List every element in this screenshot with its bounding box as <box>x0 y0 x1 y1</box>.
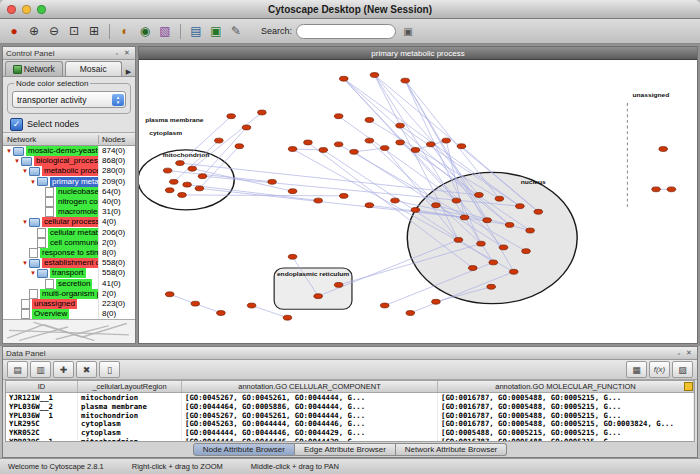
network-node[interactable] <box>460 215 469 220</box>
network-node[interactable] <box>522 249 531 254</box>
network-node[interactable] <box>227 114 236 119</box>
network-node[interactable] <box>215 138 224 143</box>
network-node[interactable] <box>411 148 420 153</box>
table-row[interactable]: YDR039C__1mitochondrion[GO:0044444, GO:0… <box>6 437 694 441</box>
network-node[interactable] <box>195 186 204 191</box>
network-node[interactable] <box>339 76 348 81</box>
network-node[interactable] <box>526 228 535 233</box>
network-node[interactable] <box>314 198 323 203</box>
create-attribute-icon[interactable]: ✚ <box>53 361 74 378</box>
expander-icon[interactable]: ▼ <box>21 258 29 268</box>
snapshot-icon[interactable]: ◉ <box>136 22 154 40</box>
table-row[interactable]: YLR295Ccytoplasm[GO:0045263, GO:0044444,… <box>6 419 694 428</box>
network-node[interactable] <box>304 140 313 145</box>
network-node[interactable] <box>365 118 374 123</box>
minimize-window-button[interactable] <box>22 5 31 14</box>
import-network-icon[interactable]: ● <box>5 22 23 40</box>
network-node[interactable] <box>487 284 496 289</box>
tree-row[interactable]: cellular metabo206(0) <box>3 228 135 238</box>
network-node[interactable] <box>176 161 185 166</box>
network-node[interactable] <box>370 73 379 78</box>
delete-attribute-icon[interactable]: ✖ <box>76 361 97 378</box>
network-node[interactable] <box>452 198 461 203</box>
network-node[interactable] <box>170 179 179 184</box>
network-node[interactable] <box>396 140 405 145</box>
zoom-fit-icon[interactable]: ⊞ <box>85 22 103 40</box>
network-node[interactable] <box>505 222 514 227</box>
network-node[interactable] <box>659 147 668 152</box>
network-node[interactable] <box>667 187 676 192</box>
tree-row[interactable]: multi-organism pro2(0) <box>3 289 135 299</box>
network-node[interactable] <box>475 193 484 198</box>
search-options-icon[interactable]: ▣ <box>400 23 416 39</box>
plugins-icon[interactable]: ▣ <box>207 22 225 40</box>
network-node[interactable] <box>334 282 343 287</box>
tab-node-attribute-browser[interactable]: Node Attribute Browser <box>193 443 295 456</box>
tree-row[interactable]: nitrogen compo40(0) <box>3 197 135 207</box>
tree-row[interactable]: ▼metabolic process280(0) <box>3 166 135 176</box>
network-node[interactable] <box>163 168 172 173</box>
network-node[interactable] <box>489 260 498 265</box>
tree-row[interactable]: ▼transport558(0) <box>3 268 135 278</box>
network-node[interactable] <box>534 209 543 214</box>
network-node[interactable] <box>380 303 389 308</box>
network-node[interactable] <box>288 147 297 152</box>
network-node[interactable] <box>477 241 486 246</box>
network-node[interactable] <box>426 142 435 147</box>
import-attributes-icon[interactable]: ▦ <box>626 361 647 378</box>
network-node[interactable] <box>288 189 297 194</box>
vizmapper-icon[interactable]: ▧ <box>156 22 174 40</box>
tab-overflow-icon[interactable]: ▶ <box>123 68 134 76</box>
network-node[interactable] <box>178 193 187 198</box>
close-panel-icon[interactable]: ✕ <box>122 49 132 57</box>
network-node[interactable] <box>396 123 405 128</box>
network-node[interactable] <box>454 237 463 242</box>
network-node[interactable] <box>495 196 504 201</box>
network-node[interactable] <box>365 138 374 143</box>
network-node[interactable] <box>235 144 244 149</box>
table-row[interactable]: YJR121W__1mitochondrion[GO:0045267, GO:0… <box>6 393 694 402</box>
network-node[interactable] <box>334 142 343 147</box>
tab-network-attribute-browser[interactable]: Network Attribute Browser <box>396 443 507 456</box>
network-node[interactable] <box>365 203 374 208</box>
network-node[interactable] <box>411 207 420 212</box>
tab-mosaic[interactable]: Mosaic <box>65 61 123 76</box>
zoom-selected-region-icon[interactable]: ⊡ <box>65 22 83 40</box>
column-header[interactable]: annotation.GO CELLULAR_COMPONENT <box>182 381 438 392</box>
network-node[interactable] <box>406 311 415 316</box>
network-node[interactable] <box>165 292 174 297</box>
table-row[interactable]: YPL036W__1mitochondrion[GO:0045267, GO:0… <box>6 411 694 420</box>
tree-row[interactable]: cell communica2(0) <box>3 238 135 248</box>
network-node[interactable] <box>191 301 200 306</box>
tree-row[interactable]: ▼cellular process4(0) <box>3 217 135 227</box>
network-overview-thumbnail[interactable] <box>3 320 135 343</box>
network-node[interactable] <box>391 198 400 203</box>
search-input[interactable] <box>296 24 396 39</box>
network-node[interactable] <box>380 146 389 151</box>
table-row[interactable]: YPL036W__2plasma membrane[GO:0044464, GO… <box>6 402 694 411</box>
close-data-panel-icon[interactable]: ✕ <box>684 349 694 357</box>
network-node[interactable] <box>283 315 292 320</box>
table-corner-button[interactable] <box>684 382 693 391</box>
function-builder-icon[interactable]: f(x) <box>649 361 670 378</box>
column-header[interactable]: _cellularLayoutRegion <box>78 381 182 392</box>
zoom-out-icon[interactable]: ⊖ <box>45 22 63 40</box>
expander-icon[interactable]: ▼ <box>29 268 37 278</box>
expander-icon[interactable]: ▼ <box>5 146 13 156</box>
region-nucleus[interactable] <box>407 172 577 303</box>
tree-row[interactable]: ▼primary metabo209(0) <box>3 177 135 187</box>
network-canvas[interactable]: plasma membranecytoplasmmitochondrionnuc… <box>139 60 697 343</box>
node-color-dropdown[interactable]: transporter activity ▴▾ <box>12 91 126 108</box>
network-node[interactable] <box>483 218 492 223</box>
expander-icon[interactable]: ▼ <box>13 156 21 166</box>
network-node[interactable] <box>516 204 525 209</box>
unselect-attributes-icon[interactable]: ▥ <box>30 361 51 378</box>
tree-column-nodes[interactable]: Nodes <box>99 135 135 144</box>
network-node[interactable] <box>188 166 197 171</box>
network-node[interactable] <box>334 114 343 119</box>
network-node[interactable] <box>314 294 323 299</box>
expander-icon[interactable]: ▼ <box>29 177 37 187</box>
network-node[interactable] <box>432 299 441 304</box>
zoom-in-icon[interactable]: ⊕ <box>25 22 43 40</box>
network-node[interactable] <box>457 144 466 149</box>
